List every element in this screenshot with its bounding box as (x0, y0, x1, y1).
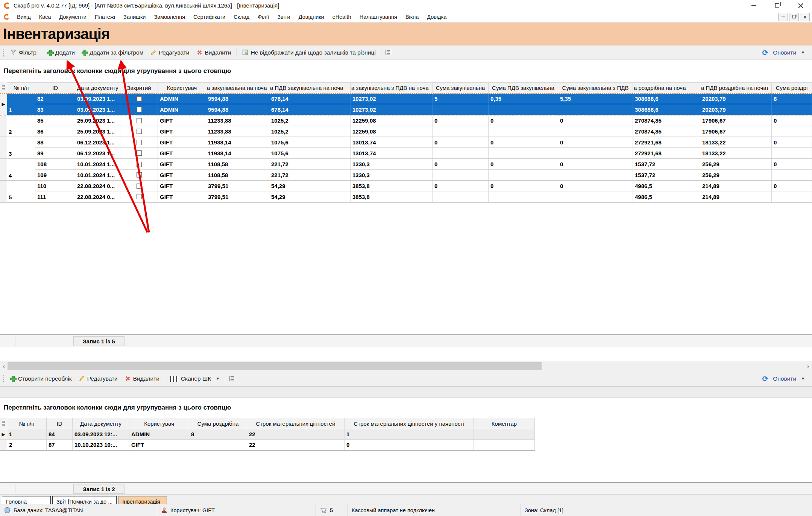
closed-checkbox[interactable] (137, 162, 142, 167)
cell-user: ADMIN (129, 429, 189, 439)
menu-item-11[interactable]: Довідники (294, 14, 328, 20)
cell-purchase-sum: 0 (433, 181, 489, 191)
table-group-2: 28525.09.2023 1...GIFT11233,881025,21225… (0, 115, 812, 137)
menu-item-2[interactable]: Каса (35, 14, 55, 20)
toolbar-drag-handle[interactable] (2, 374, 5, 383)
column-header-9[interactable]: Сума закупівельна (433, 82, 489, 93)
menu-item-4[interactable]: Платежі (91, 14, 119, 20)
bottom-column-header-5[interactable]: Сума роздрібна (189, 418, 247, 429)
menu-item-5[interactable]: Залишки (119, 14, 150, 20)
table-row[interactable]: 8806.12.2023 1...GIFT11938,141075,613013… (35, 137, 812, 148)
menu-item-9[interactable]: Філії (253, 14, 273, 20)
table-row[interactable]: 10810.01.2024 1...GIFT1108,58221,721330,… (35, 159, 812, 170)
closed-checkbox[interactable] (137, 194, 142, 199)
hide-data-toggle-button[interactable]: Не відображати дані щодо залишків та різ… (239, 48, 379, 58)
add-by-filter-button[interactable]: Додати за фільтром (78, 48, 147, 58)
column-header-4[interactable]: Закритий (120, 82, 158, 93)
horizontal-scrollbar[interactable]: ‹ › (0, 361, 812, 371)
menu-item-13[interactable]: Налаштування (355, 14, 401, 20)
filter-button[interactable]: Фільтр (7, 48, 40, 58)
menu-item-12[interactable]: eHealth (328, 14, 355, 20)
menu-item-3[interactable]: Документи (55, 14, 91, 20)
column-header-7[interactable]: а ПДВ закупівельна на поча (269, 82, 351, 93)
menu-item-14[interactable]: Вікна (401, 14, 423, 20)
table-row[interactable]: 8203.09.2023 1...ADMIN9594,88678,1410273… (35, 94, 812, 104)
restore-button[interactable] (765, 0, 789, 11)
row-indicator-header[interactable] (0, 418, 7, 429)
table-row[interactable]: 8906.12.2023 1...GIFT11938,141075,613013… (35, 148, 812, 158)
cell-purchase-with-vat-sum (558, 191, 633, 202)
menu-item-6[interactable]: Замовлення (150, 14, 189, 20)
column-header-14[interactable]: Сума роздрі (772, 82, 812, 93)
menu-item-8[interactable]: Склад (229, 14, 253, 20)
menu-item-1[interactable]: Вихід (13, 14, 35, 20)
menu-item-7[interactable]: Сертифікати (189, 14, 229, 20)
barcode-scanner-button[interactable]: Сканер ШК ▼ (167, 374, 223, 384)
add-button[interactable]: Додати (44, 48, 78, 58)
column-header-5[interactable]: Користувач (158, 82, 206, 93)
table-row[interactable]: 8303.09.2023 1...ADMIN9594,88678,1410273… (35, 104, 812, 115)
column-header-3[interactable]: Дата документу (75, 82, 120, 93)
scrollbar-thumb[interactable] (8, 362, 542, 370)
menu-item-10[interactable]: Звіти (273, 14, 294, 20)
group-number-cell[interactable]: 1 (7, 94, 35, 115)
closed-checkbox[interactable] (137, 129, 142, 134)
close-button[interactable] (789, 0, 812, 11)
closed-checkbox[interactable] (137, 140, 142, 145)
minimize-button[interactable] (742, 0, 765, 11)
table-row[interactable]: 11022.08.2024 0...GIFT3799,5154,293853,8… (35, 181, 812, 191)
scroll-left-arrow[interactable]: ‹ (0, 361, 8, 371)
closed-checkbox[interactable] (137, 118, 142, 123)
table-row[interactable]: 11122.08.2024 0...GIFT3799,5154,293853,8… (35, 191, 812, 202)
table-row[interactable]: 8625.09.2023 1...GIFT11233,881025,212259… (35, 126, 812, 137)
closed-checkbox[interactable] (137, 96, 142, 102)
table-row[interactable]: 10910.01.2024 1...GIFT1108,58221,721330,… (35, 170, 812, 180)
column-header-11[interactable]: Сума закупівельна з ПДВ (558, 82, 633, 93)
cell-vat-retail-start: 20203,79 (700, 104, 772, 115)
column-header-6[interactable]: а закупівельна на поча (206, 82, 269, 93)
delete-button[interactable]: Видалити (193, 48, 235, 58)
closed-checkbox[interactable] (137, 107, 142, 112)
delete-recount-button[interactable]: Видалити (121, 374, 163, 384)
column-chooser-icon[interactable] (386, 50, 391, 55)
group-number-cell[interactable]: 3 (7, 137, 35, 158)
mdi-close-button[interactable]: x (800, 13, 810, 21)
column-header-12[interactable]: а роздрібна на поча (633, 82, 700, 93)
bottom-column-header-1[interactable]: № п/п (7, 418, 47, 429)
toolbar-drag-handle[interactable] (2, 48, 5, 57)
closed-checkbox[interactable] (137, 172, 142, 178)
mdi-minimize-button[interactable] (778, 13, 788, 21)
refresh-button[interactable]: ⟳ Оновити ▼ (759, 47, 808, 58)
mdi-restore-button[interactable] (789, 13, 799, 21)
create-recount-button[interactable]: Створити переоблік (7, 374, 75, 384)
bottom-column-header-8[interactable]: Коментар (474, 418, 535, 429)
closed-checkbox[interactable] (137, 184, 142, 189)
refresh-bottom-button[interactable]: ⟳ Оновити ▼ (759, 373, 808, 384)
bottom-column-header-7[interactable]: Строк матеріальних цінностей у наявності (345, 418, 474, 429)
status-bar: База даних: TASA3@TITAN Користувач: GIFT… (0, 504, 812, 516)
table-row[interactable]: 28710.10.2023 10:...GIFT220 (0, 440, 535, 450)
column-header-2[interactable]: ID (35, 82, 75, 93)
edit-recount-button[interactable]: Редагувати (75, 374, 121, 384)
group-number-cell[interactable]: 5 (7, 181, 35, 202)
column-header-8[interactable]: а закупівельна з ПДВ на поча (351, 82, 433, 93)
bottom-column-header-3[interactable]: Дата документу (73, 418, 129, 429)
column-header-1[interactable]: № п/п (7, 82, 35, 93)
group-number-cell[interactable]: 4 (7, 159, 35, 180)
cell-user: GIFT (158, 126, 206, 137)
group-number-cell[interactable]: 2 (7, 115, 35, 137)
bottom-column-header-6[interactable]: Строк матеріальних цінностей (247, 418, 345, 429)
bottom-column-header-2[interactable]: ID (47, 418, 73, 429)
menu-item-15[interactable]: Довідка (423, 14, 451, 20)
table-row[interactable]: 8525.09.2023 1...GIFT11233,881025,212259… (35, 115, 812, 126)
column-chooser-icon[interactable] (229, 376, 235, 381)
column-header-13[interactable]: а ПДВ роздрібна на почат (700, 82, 772, 93)
row-indicator-header[interactable] (0, 82, 7, 93)
edit-button[interactable]: Редагувати (147, 48, 193, 58)
cell-retail-start: 4986,5 (633, 191, 700, 202)
table-row[interactable]: ▶18403.09.2023 12:...ADMIN8221 (0, 429, 535, 440)
column-header-10[interactable]: Сума ПДВ закупівельна (489, 82, 558, 93)
bottom-column-header-4[interactable]: Користувач (129, 418, 189, 429)
closed-checkbox[interactable] (137, 150, 142, 156)
scroll-right-arrow[interactable]: › (804, 361, 812, 371)
